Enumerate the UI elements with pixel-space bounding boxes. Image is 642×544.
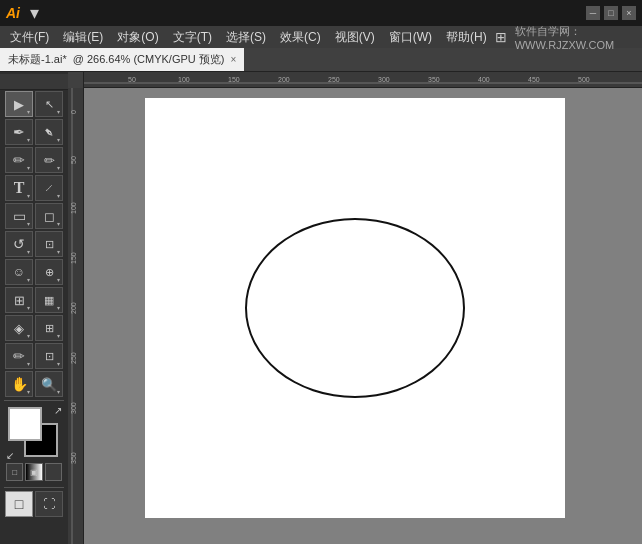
brush-tool[interactable]: ✏ ▾ xyxy=(5,147,33,173)
direct-selection-tool[interactable]: ↖ ▾ xyxy=(35,91,63,117)
svg-rect-0 xyxy=(68,72,642,87)
eyedropper-tool[interactable]: ✏ ▾ xyxy=(5,343,33,369)
svg-text:150: 150 xyxy=(228,76,240,83)
zoom-icon: 🔍 xyxy=(41,377,57,392)
fullscreen-view-button[interactable]: ⛶ xyxy=(35,491,63,517)
type-icon: T xyxy=(14,179,25,197)
symbol-sprayer-tool[interactable]: ⊕ ▾ xyxy=(35,259,63,285)
maximize-button[interactable]: □ xyxy=(604,6,618,20)
menu-object[interactable]: 对象(O) xyxy=(111,27,164,48)
normal-view-button[interactable]: □ xyxy=(5,491,33,517)
menu-select[interactable]: 选择(S) xyxy=(220,27,272,48)
svg-text:100: 100 xyxy=(178,76,190,83)
blend-tools-row: ☺ ▾ ⊕ ▾ xyxy=(0,258,68,286)
svg-text:50: 50 xyxy=(70,156,77,164)
menu-grid-icon: ⊞ xyxy=(495,29,513,45)
svg-text:250: 250 xyxy=(70,352,77,364)
tab-bar: 未标题-1.ai* @ 266.64% (CMYK/GPU 预览) × xyxy=(0,48,642,72)
minimize-button[interactable]: ─ xyxy=(586,6,600,20)
gradient-tool[interactable]: ◈ ▾ xyxy=(5,315,33,341)
blend-icon: ☺ xyxy=(13,265,25,279)
main-area: ▶ ▾ ↖ ▾ ✒ ▾ ✒ ▾ ✏ ▾ xyxy=(0,72,642,544)
live-paint-tool[interactable]: ⊡ ▾ xyxy=(35,343,63,369)
tool-corner-indicator: ▾ xyxy=(57,108,60,115)
svg-text:400: 400 xyxy=(478,76,490,83)
pen-icon: ✒ xyxy=(13,124,25,140)
color-mode-row: □ ▣ xyxy=(6,463,62,481)
artboard[interactable] xyxy=(145,98,565,518)
graph-icon: ▦ xyxy=(44,294,54,307)
brush-tools-row: ✏ ▾ ✏ ▾ xyxy=(0,146,68,174)
tab-close-button[interactable]: × xyxy=(230,54,236,65)
tool-corner-indicator: ▾ xyxy=(57,360,60,367)
close-button[interactable]: × xyxy=(622,6,636,20)
svg-text:350: 350 xyxy=(428,76,440,83)
live-paint-icon: ⊡ xyxy=(45,350,54,363)
blend-tool[interactable]: ☺ ▾ xyxy=(5,259,33,285)
rotate-tool[interactable]: ↺ ▾ xyxy=(5,231,33,257)
gradient-tools-row: ◈ ▾ ⊞ ▾ xyxy=(0,314,68,342)
zoom-tool[interactable]: 🔍 ▾ xyxy=(35,371,63,397)
tool-corner-indicator: ▾ xyxy=(27,332,30,339)
touch-type-tool[interactable]: ⟋ ▾ xyxy=(35,175,63,201)
color-mode-button[interactable]: □ xyxy=(6,463,23,481)
brush-icon: ✏ xyxy=(13,152,25,168)
website-label: 软件自学网：WWW.RJZXW.COM xyxy=(515,24,638,51)
stroke-fill-indicator[interactable]: ↗ ↙ xyxy=(8,407,60,459)
normal-view-icon: □ xyxy=(15,496,23,512)
curvature-icon: ✒ xyxy=(40,123,58,141)
menu-edit[interactable]: 编辑(E) xyxy=(57,27,109,48)
svg-text:300: 300 xyxy=(378,76,390,83)
ai-logo: Ai xyxy=(6,5,20,21)
scale-icon: ⊡ xyxy=(45,238,54,251)
eraser-tool[interactable]: ◻ ▾ xyxy=(35,203,63,229)
pencil-tool[interactable]: ✏ ▾ xyxy=(35,147,63,173)
document-tab[interactable]: 未标题-1.ai* @ 266.64% (CMYK/GPU 预览) × xyxy=(0,48,244,71)
artboard-tool[interactable]: ⊞ ▾ xyxy=(5,287,33,313)
hand-tool[interactable]: ✋ ▾ xyxy=(5,371,33,397)
window-controls[interactable]: ─ □ × xyxy=(586,6,636,20)
title-bar: Ai ▾ ─ □ × xyxy=(0,0,642,26)
menu-effect[interactable]: 效果(C) xyxy=(274,27,327,48)
rectangle-tool[interactable]: ▭ ▾ xyxy=(5,203,33,229)
scale-tool[interactable]: ⊡ ▾ xyxy=(35,231,63,257)
ruler-vertical: 0 50 100 150 200 250 300 350 xyxy=(68,72,84,544)
toolbar: ▶ ▾ ↖ ▾ ✒ ▾ ✒ ▾ ✏ ▾ xyxy=(0,72,68,544)
canvas-area[interactable]: 0 50 100 150 200 250 300 350 400 450 500 xyxy=(68,72,642,544)
eyedropper-tools-row: ✏ ▾ ⊡ ▾ xyxy=(0,342,68,370)
menu-window[interactable]: 窗口(W) xyxy=(383,27,438,48)
touch-type-icon: ⟋ xyxy=(43,181,55,195)
svg-text:500: 500 xyxy=(578,76,590,83)
menu-file[interactable]: 文件(F) xyxy=(4,27,55,48)
none-mode-button[interactable] xyxy=(45,463,62,481)
swap-fill-stroke-icon[interactable]: ↗ xyxy=(54,405,62,416)
divider xyxy=(4,400,64,401)
tool-corner-indicator: ▾ xyxy=(57,388,60,395)
graph-tool[interactable]: ▦ ▾ xyxy=(35,287,63,313)
ellipse-object[interactable] xyxy=(245,218,465,398)
menu-text[interactable]: 文字(T) xyxy=(167,27,218,48)
mesh-tool[interactable]: ⊞ ▾ xyxy=(35,315,63,341)
tool-corner-indicator: ▾ xyxy=(27,360,30,367)
menu-help[interactable]: 帮助(H) xyxy=(440,27,493,48)
curvature-tool[interactable]: ✒ ▾ xyxy=(35,119,63,145)
tool-corner-indicator: ▾ xyxy=(27,136,30,143)
gradient-mode-button[interactable]: ▣ xyxy=(25,463,42,481)
tool-corner-indicator: ▾ xyxy=(57,192,60,199)
svg-text:200: 200 xyxy=(70,302,77,314)
fullscreen-icon: ⛶ xyxy=(43,497,55,511)
tab-title: 未标题-1.ai* xyxy=(8,52,67,67)
mesh-icon: ⊞ xyxy=(45,322,54,335)
tool-corner-indicator: ▾ xyxy=(27,248,30,255)
type-tool[interactable]: T ▾ xyxy=(5,175,33,201)
pen-tool[interactable]: ✒ ▾ xyxy=(5,119,33,145)
direct-selection-icon: ↖ xyxy=(45,98,54,111)
tool-corner-indicator: ▾ xyxy=(27,108,30,115)
tool-corner-indicator: ▾ xyxy=(27,164,30,171)
divider-2 xyxy=(4,487,64,488)
selection-tool[interactable]: ▶ ▾ xyxy=(5,91,33,117)
menu-view[interactable]: 视图(V) xyxy=(329,27,381,48)
artboard-icon: ⊞ xyxy=(14,293,25,308)
reset-colors-icon[interactable]: ↙ xyxy=(6,450,14,461)
fill-color-box[interactable] xyxy=(8,407,42,441)
